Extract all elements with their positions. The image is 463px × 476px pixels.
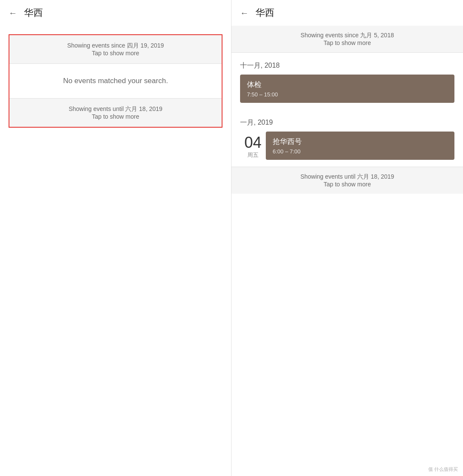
- right-bottom-banner-line2: Tap to show more: [240, 181, 454, 188]
- left-panel: ← 华西 Showing events since 四月 19, 2019 Ta…: [0, 0, 232, 476]
- no-events-text: No events matched your search.: [63, 77, 168, 85]
- right-panel: ← 华西 Showing events since 九月 5, 2018 Tap…: [232, 0, 463, 476]
- event-date-col: 04 周五: [240, 132, 266, 160]
- left-header: ← 华西: [0, 0, 231, 26]
- event-item-tiji[interactable]: 体检 7:50 – 15:00: [240, 75, 454, 103]
- left-bottom-banner-line1: Showing events until 六月 18, 2019: [18, 105, 213, 113]
- month-section-nov-2018: 十一月, 2018 体检 7:50 – 15:00: [232, 53, 463, 103]
- event-card-tiji[interactable]: 体检 7:50 – 15:00: [240, 75, 454, 103]
- left-bottom-banner-line2: Tap to show more: [18, 113, 213, 120]
- month-section-jan-2019: 一月, 2019 04 周五 抢华西号 6:00 – 7:00: [232, 110, 463, 160]
- month-label-nov: 十一月, 2018: [232, 53, 463, 75]
- event-title-qianghao: 抢华西号: [273, 137, 448, 147]
- left-top-banner-line2: Tap to show more: [18, 50, 213, 57]
- left-content: Showing events since 四月 19, 2019 Tap to …: [0, 26, 231, 476]
- right-header: ← 华西: [232, 0, 463, 26]
- right-back-button[interactable]: ←: [240, 9, 249, 17]
- event-item-qianghao[interactable]: 04 周五 抢华西号 6:00 – 7:00: [240, 132, 454, 160]
- left-top-banner-line1: Showing events since 四月 19, 2019: [18, 42, 213, 50]
- event-day-num: 04: [244, 135, 262, 150]
- event-time-tiji: 7:50 – 15:00: [247, 91, 448, 98]
- left-header-title: 华西: [24, 6, 43, 19]
- no-events-section: No events matched your search.: [9, 64, 222, 99]
- right-content: Showing events since 九月 5, 2018 Tap to s…: [232, 26, 463, 476]
- event-day-name: 周五: [247, 151, 259, 159]
- left-bottom-banner[interactable]: Showing events until 六月 18, 2019 Tap to …: [9, 99, 222, 127]
- right-top-banner[interactable]: Showing events since 九月 5, 2018 Tap to s…: [232, 26, 463, 53]
- event-title-tiji: 体检: [247, 80, 448, 90]
- left-events-box: Showing events since 四月 19, 2019 Tap to …: [9, 34, 222, 128]
- event-time-qianghao: 6:00 – 7:00: [273, 148, 448, 155]
- watermark: 值 什么值得买: [428, 466, 458, 473]
- left-back-button[interactable]: ←: [9, 9, 17, 17]
- right-bottom-banner[interactable]: Showing events until 六月 18, 2019 Tap to …: [232, 167, 463, 194]
- right-header-title: 华西: [256, 6, 274, 19]
- right-top-banner-line1: Showing events since 九月 5, 2018: [240, 32, 454, 39]
- right-top-banner-line2: Tap to show more: [240, 39, 454, 46]
- event-card-qianghao[interactable]: 抢华西号 6:00 – 7:00: [266, 132, 454, 160]
- left-top-banner[interactable]: Showing events since 四月 19, 2019 Tap to …: [9, 35, 222, 64]
- right-bottom-banner-line1: Showing events until 六月 18, 2019: [240, 173, 454, 181]
- month-label-jan: 一月, 2019: [232, 110, 463, 132]
